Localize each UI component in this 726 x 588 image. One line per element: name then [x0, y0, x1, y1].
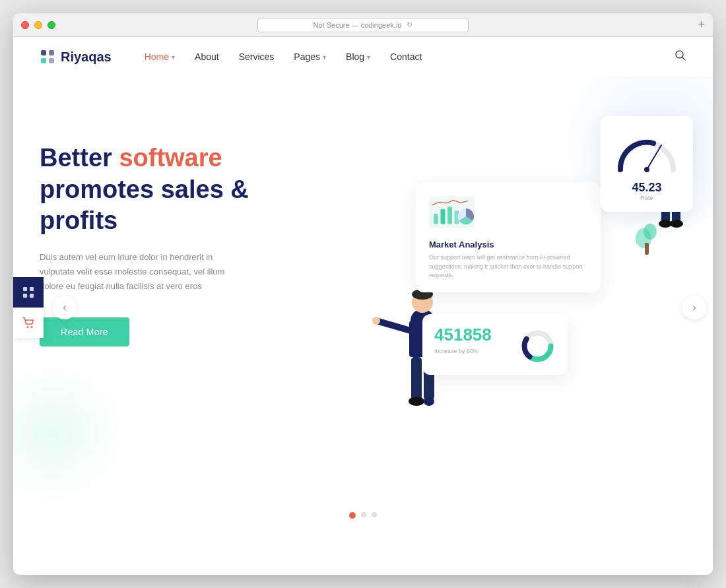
chevron-down-icon: ▾ [367, 53, 370, 61]
titlebar: Not Secure — codingeek.io ↻ + [13, 13, 713, 37]
cart-icon-button[interactable] [13, 308, 44, 338]
maximize-button[interactable] [48, 21, 55, 29]
svg-point-22 [372, 317, 380, 325]
chart-icon [429, 194, 475, 230]
svg-rect-36 [434, 214, 438, 224]
nav-link-home[interactable]: Home ▾ [145, 51, 175, 62]
logo-icon [40, 49, 55, 65]
svg-point-11 [31, 326, 33, 328]
grid-icon-button[interactable] [13, 277, 44, 308]
nav-link-blog[interactable]: Blog ▾ [346, 51, 370, 62]
slider-prev-button[interactable]: ‹ [53, 296, 77, 319]
market-analysis-card: Market Analysis Our support team will ge… [416, 182, 601, 292]
svg-point-10 [27, 326, 29, 328]
search-icon[interactable] [675, 49, 686, 65]
svg-rect-0 [41, 50, 46, 55]
navbar: Riyaqas Home ▾ About Services Pages ▾ [13, 37, 713, 77]
slider-dots [349, 512, 377, 519]
gauge-sub: Rate [611, 195, 682, 201]
hero-section: ‹ › Better software promotes sales & pro… [13, 77, 713, 539]
svg-rect-37 [441, 209, 446, 224]
donut-chart [519, 328, 556, 364]
svg-rect-38 [447, 207, 452, 224]
new-tab-button[interactable]: + [698, 18, 705, 32]
svg-rect-6 [23, 287, 27, 291]
hero-subtitle: Duis autem vel eum iriure dolor in hendr… [40, 250, 244, 294]
nav-link-pages[interactable]: Pages ▾ [294, 51, 326, 62]
slider-dot-2[interactable] [361, 512, 366, 517]
svg-rect-34 [645, 243, 649, 255]
logo-text: Riyaqas [61, 49, 112, 65]
site-content: Riyaqas Home ▾ About Services Pages ▾ [13, 37, 713, 575]
svg-line-44 [647, 145, 661, 170]
nav-link-contact[interactable]: Contact [390, 51, 422, 62]
stats-card: 451858 Increase by 60% [422, 314, 568, 375]
svg-line-5 [682, 57, 686, 60]
bg-blob-bottom-left [13, 367, 119, 499]
svg-rect-8 [23, 294, 27, 298]
gauge-chart [614, 127, 680, 173]
hero-illustration: Market Analysis Our support team will ge… [350, 90, 693, 473]
svg-rect-7 [30, 287, 34, 291]
svg-point-33 [644, 224, 657, 240]
nav-link-about[interactable]: About [195, 51, 219, 62]
gauge-card: 45.23 Rate [601, 116, 693, 212]
chevron-down-icon: ▾ [172, 53, 175, 61]
minimize-button[interactable] [34, 21, 42, 29]
svg-rect-18 [411, 357, 422, 400]
svg-rect-9 [30, 294, 34, 298]
svg-point-45 [644, 167, 649, 172]
chevron-down-icon: ▾ [323, 53, 326, 61]
slider-dot-1[interactable] [349, 512, 356, 519]
url-text: Not Secure — codingeek.io [314, 21, 402, 29]
close-button[interactable] [21, 21, 29, 29]
svg-point-20 [409, 397, 424, 406]
svg-rect-3 [49, 58, 54, 63]
browser-window: Not Secure — codingeek.io ↻ + Riyaqas Ho… [13, 13, 713, 575]
slider-next-button[interactable]: › [682, 296, 706, 319]
nav-links: Home ▾ About Services Pages ▾ Blog ▾ [145, 51, 675, 62]
nav-link-services[interactable]: Services [239, 51, 275, 62]
hero-content: Better software promotes sales & profits… [40, 103, 317, 346]
read-more-button[interactable]: Read More [40, 317, 129, 346]
svg-point-31 [670, 220, 683, 228]
svg-rect-1 [49, 50, 54, 55]
svg-point-21 [424, 397, 434, 406]
side-icons [13, 277, 44, 338]
market-card-title: Market Analysis [429, 240, 587, 249]
hero-title: Better software promotes sales & profits [40, 143, 317, 237]
gauge-value: 45.23 [611, 181, 682, 195]
logo[interactable]: Riyaqas [40, 49, 112, 65]
slider-dot-3[interactable] [372, 512, 377, 517]
svg-line-16 [376, 321, 411, 331]
refresh-icon[interactable]: ↻ [407, 20, 412, 29]
url-bar[interactable]: Not Secure — codingeek.io ↻ [257, 18, 469, 32]
market-card-desc: Our support team will get assistance fro… [429, 253, 587, 280]
svg-rect-2 [41, 58, 46, 63]
